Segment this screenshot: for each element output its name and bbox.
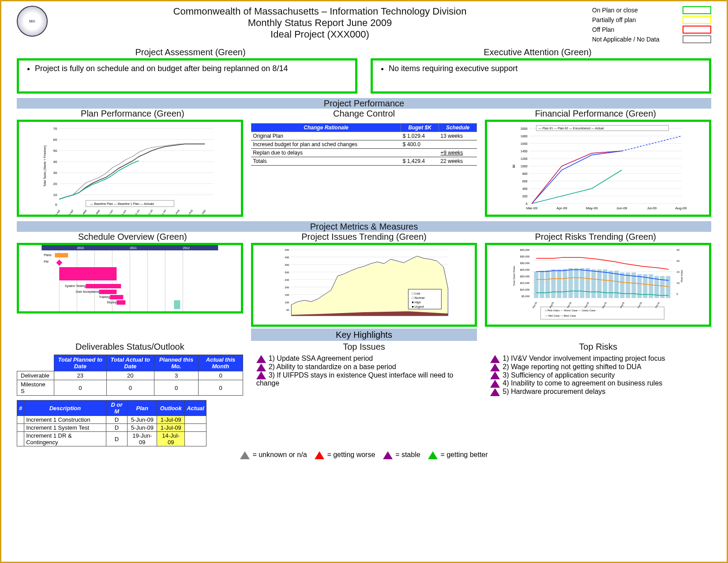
svg-text:25: 25: [677, 249, 680, 251]
risks-title: Project Risks Trending (Green): [480, 232, 711, 242]
better-icon: [428, 451, 438, 459]
svg-text:□ Risk Index    — Worst Case  : □ Risk Index — Worst Case — Likely Case: [545, 309, 596, 312]
stable-icon: [256, 371, 266, 379]
svg-rect-142: [592, 269, 596, 298]
svg-text:2012: 2012: [183, 246, 190, 249]
svg-text:$20,000: $20,000: [520, 275, 530, 278]
svg-text:600: 600: [522, 180, 528, 183]
svg-text:15: 15: [677, 271, 680, 273]
deliverables-block: Deliverables Status/Outlook Total Planne…: [17, 342, 243, 446]
svg-marker-76: [56, 260, 62, 266]
top-issues-title: Top Issues: [251, 342, 477, 352]
svg-text:450: 450: [285, 249, 289, 251]
svg-rect-139: [574, 268, 579, 298]
svg-rect-135: [552, 269, 556, 298]
svg-rect-144: [603, 269, 608, 298]
svg-text:0: 0: [55, 203, 57, 207]
svg-text:$35,000: $35,000: [520, 255, 530, 258]
svg-text:800: 800: [522, 172, 528, 175]
assessment-box: Project is fully on schedule and on budg…: [17, 58, 357, 94]
svg-text:1800: 1800: [521, 135, 528, 138]
svg-rect-154: [660, 276, 665, 298]
svg-text:$10,000: $10,000: [520, 288, 530, 291]
svg-text:2011: 2011: [130, 246, 137, 249]
stable-icon: [490, 388, 500, 396]
svg-text:20: 20: [677, 260, 680, 262]
worse-icon: [315, 451, 324, 459]
svg-text:17-Jul: 17-Jul: [147, 209, 153, 215]
svg-text:PM: PM: [44, 260, 49, 263]
deliverables-table: Total Planned to DateTotal Actual to Dat…: [17, 355, 243, 396]
svg-text:250: 250: [285, 279, 289, 281]
project-performance-band: Project Performance: [17, 98, 711, 109]
svg-text:150: 150: [285, 294, 289, 296]
key-highlights-band: Key Highlights: [251, 329, 477, 341]
stable-icon: [256, 355, 266, 363]
svg-rect-134: [546, 270, 550, 298]
exec-bullet: No items requiring executive support: [389, 64, 702, 73]
svg-text:Deploy: Deploy: [107, 301, 117, 304]
svg-text:— Mid Case     — Best Case: — Mid Case — Best Case: [545, 314, 577, 317]
svg-rect-145: [609, 271, 613, 298]
svg-rect-86: [174, 300, 180, 309]
svg-rect-137: [563, 269, 567, 298]
legend-off: Off Plan: [592, 26, 614, 33]
svg-text:2000: 2000: [521, 127, 528, 130]
svg-text:□ Normal: □ Normal: [412, 296, 424, 299]
svg-text:Jul-09: Jul-09: [647, 206, 657, 210]
report-line: Monthly Status Report June 2009: [48, 17, 592, 29]
stable-icon: [490, 355, 500, 363]
stable-icon: [490, 363, 500, 371]
svg-text:Plans: Plans: [44, 253, 52, 257]
svg-text:$30,000: $30,000: [520, 262, 530, 264]
svg-rect-147: [620, 272, 625, 298]
svg-text:Mar-09: Mar-09: [526, 206, 538, 210]
org-line: Commonwealth of Massachusetts – Informat…: [48, 6, 592, 17]
stable-icon: [490, 380, 500, 388]
svg-rect-132: [534, 272, 539, 298]
stable-icon: [256, 363, 266, 371]
svg-text:10: 10: [53, 193, 57, 197]
svg-text:□ Low: □ Low: [412, 292, 420, 295]
svg-text:28-Aug: 28-Aug: [186, 209, 193, 215]
change-control-title: Change Control: [248, 109, 480, 119]
svg-text:19-Jun: 19-Jun: [120, 209, 127, 215]
svg-text:Total Open Risks: Total Open Risks: [513, 266, 516, 286]
svg-text:30: 30: [53, 171, 57, 175]
svg-text:— Plan #1   — Plan #2   — Encu: — Plan #1 — Plan #2 — Encumbered — Actua…: [539, 127, 604, 130]
svg-text:50: 50: [286, 309, 289, 311]
svg-text:May'08: May'08: [532, 301, 537, 309]
svg-text:Total Tasks (Starts + Finishes: Total Tasks (Starts + Finishes): [43, 145, 47, 186]
svg-text:May-09: May-09: [586, 206, 598, 210]
top-risks-title: Top Risks: [485, 342, 711, 352]
svg-text:200: 200: [285, 286, 289, 289]
svg-text:40: 40: [53, 160, 57, 164]
svg-text:50: 50: [53, 149, 57, 153]
svg-text:31-Jul: 31-Jul: [161, 209, 166, 215]
issues-title: Project Issues Trending (Green): [248, 232, 480, 242]
svg-text:400: 400: [285, 256, 289, 259]
svg-text:Aug-09: Aug-09: [675, 206, 687, 210]
legend-on-plan: On Plan or close: [592, 7, 638, 14]
deliv-title: Deliverables Status/Outlook: [17, 342, 243, 352]
financial-performance-chart: 2000180016001400120010008006004002000 $K…: [485, 120, 711, 217]
svg-text:1000: 1000: [521, 165, 528, 168]
fin-perf-title: Financial Performance (Green): [480, 109, 711, 119]
svg-text:$15,000: $15,000: [520, 282, 530, 284]
legend-na: Not Applicable / No Data: [592, 36, 660, 43]
svg-text:20: 20: [53, 182, 57, 186]
change-control-block: Change RationaleBuget $KSchedule Origina…: [251, 120, 477, 217]
svg-text:$5,000: $5,000: [522, 295, 530, 298]
outlook-table: #DescriptionD or MPlanOutlookActual Incr…: [17, 400, 206, 446]
svg-text:300: 300: [285, 271, 289, 274]
sched-over-title: Schedule Overview (Green): [17, 232, 248, 242]
svg-text:11-Sep: 11-Sep: [199, 209, 206, 215]
svg-text:1400: 1400: [521, 150, 528, 153]
top-risks-block: Top Risks 1) IV&V Vendor involvement imp…: [485, 342, 711, 446]
svg-text:60: 60: [53, 138, 57, 142]
issues-trending-chart: 45040035030025020015010050 □ Low□ Normal…: [251, 243, 477, 327]
svg-text:3-Jul: 3-Jul: [135, 209, 140, 215]
report-header: Commonwealth of Massachusetts – Informat…: [48, 6, 592, 40]
svg-rect-155: [666, 276, 671, 298]
svg-text:Apr-09: Apr-09: [557, 206, 568, 210]
